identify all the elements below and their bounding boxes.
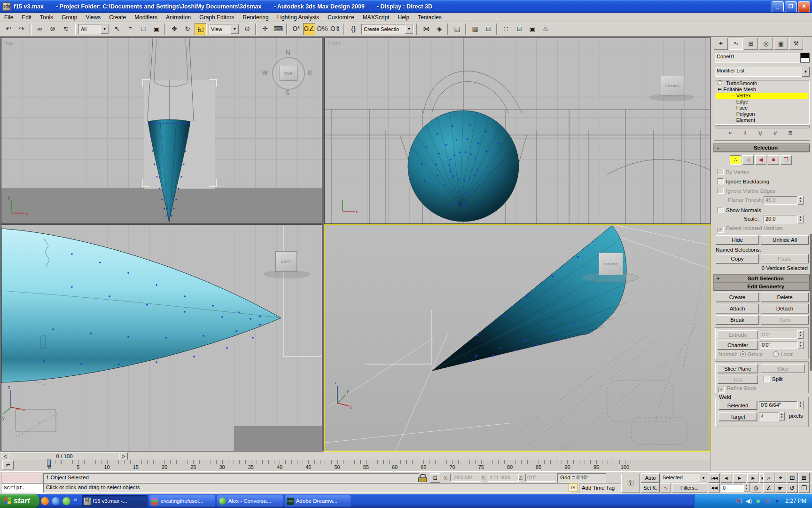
menu-edit[interactable]: Edit [17, 13, 36, 22]
messenger-quicklaunch-icon[interactable] [62, 497, 70, 505]
viewcube-left[interactable]: LEFT [275, 251, 297, 272]
viewport-front[interactable]: x Front FRONT [324, 38, 710, 224]
maximize-viewport-icon[interactable]: ❒ [798, 483, 810, 493]
reference-coordinate-dropdown[interactable]: View▼ [209, 24, 239, 34]
element-subobject-icon[interactable]: ❒ [781, 155, 792, 165]
select-and-scale-icon[interactable]: ◱ [195, 23, 207, 35]
goto-start-icon[interactable]: |◀◀ [709, 473, 720, 483]
configure-modifier-sets-icon[interactable]: ⊞ [785, 129, 796, 138]
key-mode-toggle-icon[interactable]: ◀◀ [709, 483, 720, 492]
render-setup-icon[interactable]: ⊡ [513, 23, 525, 35]
make-unique-icon[interactable]: ⋁ [755, 129, 765, 138]
remove-modifier-icon[interactable]: ∂ [770, 129, 781, 138]
viewcube-top[interactable]: TOP [280, 66, 297, 81]
add-time-tag[interactable]: Add Time Tag [579, 484, 624, 493]
edit-geometry-rollout-header[interactable]: - Edit Geometry [714, 283, 810, 291]
soft-selection-rollout-header[interactable]: + Soft Selection [714, 275, 810, 283]
named-selection-sets-icon[interactable]: {} [347, 23, 359, 35]
select-and-link-icon[interactable]: ∞ [33, 23, 46, 35]
compass-west[interactable]: W [262, 69, 268, 77]
menu-views[interactable]: Views [81, 13, 105, 22]
percent-snap-icon[interactable]: Ω% [316, 23, 328, 35]
media-player-quicklaunch-icon[interactable] [52, 497, 60, 505]
start-button[interactable]: start [0, 494, 39, 508]
attach-button[interactable]: Attach [716, 304, 759, 313]
scale-spinner[interactable]: ▲▼ [797, 215, 804, 223]
selection-set-arrow-icon[interactable]: ▼ [700, 474, 707, 482]
extrude-button[interactable]: Extrude [718, 330, 758, 339]
tab-modify[interactable]: ∿ [729, 38, 743, 50]
time-slider-next-button[interactable]: > [119, 452, 128, 460]
border-subobject-icon[interactable]: ◀ [755, 155, 766, 165]
stack-item-vertex[interactable]: ┈ Vertex [716, 93, 808, 99]
unlink-selection-icon[interactable]: ⊘ [47, 23, 59, 35]
tab-create[interactable]: ✦ [714, 38, 728, 50]
collapse-icon[interactable]: - [714, 144, 722, 151]
firefox-quicklaunch-icon[interactable] [41, 497, 49, 505]
compass-south[interactable]: S [285, 89, 289, 96]
collapse-icon[interactable]: - [714, 283, 722, 290]
selection-rollout-header[interactable]: - Selection [714, 144, 810, 152]
object-color-swatch[interactable] [800, 53, 810, 63]
keyboard-override-icon[interactable]: ⌨ [272, 23, 284, 35]
expand-icon[interactable]: + [714, 275, 722, 282]
redo-icon[interactable]: ↷ [16, 23, 28, 35]
zoom-icon[interactable]: ⌕ [763, 473, 774, 483]
set-keys-key-icon[interactable]: ⚿ [621, 474, 640, 492]
by-vertex-checkbox[interactable]: By Vertex [718, 169, 749, 175]
viewcube-front[interactable]: FRONT [661, 76, 684, 95]
arc-rotate-icon[interactable]: ↺ [787, 483, 798, 493]
selection-filter-dropdown[interactable]: All▼ [78, 24, 109, 34]
normal-group-radio[interactable]: Group [740, 351, 763, 357]
x-coordinate-field[interactable]: -28'5 58/ [450, 474, 481, 482]
select-and-rotate-icon[interactable]: ↻ [181, 23, 194, 35]
weld-selected-button[interactable]: Selected [718, 401, 757, 410]
menu-graph-editors[interactable]: Graph Editors [195, 13, 238, 22]
window-crossing-icon[interactable]: ▣ [150, 23, 163, 35]
use-pivot-center-icon[interactable]: ⊙ [241, 23, 253, 35]
planar-thresh-spinner[interactable]: ▲▼ [797, 196, 804, 205]
select-by-name-icon[interactable]: ≡ [124, 23, 136, 35]
weld-target-spinner[interactable]: ▲▼ [779, 412, 785, 421]
menu-maxscript[interactable]: MAXScript [359, 13, 394, 22]
weld-target-field[interactable]: 4 [759, 413, 781, 421]
menu-group[interactable]: Group [57, 13, 81, 22]
close-button[interactable]: ✕ [798, 1, 810, 12]
turn-button[interactable]: Turn [761, 315, 809, 325]
stack-item-turbosmooth[interactable]: TurboSmooth [716, 80, 808, 87]
extrude-field[interactable]: 0'0" [760, 331, 798, 339]
y-coordinate-field[interactable]: 4'11 40/6 [488, 474, 519, 482]
zoom-extents-all-icon[interactable]: ⊞ [798, 473, 810, 483]
stack-item-face[interactable]: ┈ Face [716, 105, 808, 111]
cut-button[interactable]: Cut [718, 375, 758, 384]
stack-item-element[interactable]: ┈ Element [716, 117, 808, 123]
curve-editor-icon[interactable]: ▦ [469, 23, 481, 35]
hide-button[interactable]: Hide [716, 235, 759, 245]
tab-display[interactable]: ▣ [774, 38, 788, 50]
chamfer-field[interactable]: 0'0" [760, 341, 798, 349]
copy-button[interactable]: Copy [716, 254, 759, 263]
break-button[interactable]: Break [716, 315, 759, 325]
modifier-list-arrow-icon[interactable]: ▼ [802, 67, 810, 77]
zoom-all-icon[interactable]: ⌖ [775, 473, 786, 483]
viewport-label-top[interactable]: Top [5, 40, 13, 46]
prev-frame-icon[interactable]: ◀| [721, 473, 732, 483]
play-icon[interactable]: ▶ [733, 473, 746, 483]
delete-button[interactable]: Delete [761, 293, 809, 302]
frame-spinner[interactable]: ▲▼ [743, 484, 750, 492]
detach-button[interactable]: Detach [761, 304, 809, 313]
task-rar[interactable]: creatingthefusel... [149, 495, 215, 507]
rectangular-selection-icon[interactable]: □ [137, 23, 149, 35]
weld-target-button[interactable]: Target [718, 412, 757, 421]
z-coordinate-field[interactable]: 0'0" [525, 474, 556, 482]
stack-item-polygon[interactable]: ┈ Polygon [716, 111, 808, 117]
show-normals-checkbox[interactable]: Show Normals [718, 207, 761, 213]
planar-thresh-field[interactable]: 45.0 [764, 196, 798, 205]
menu-file[interactable]: File [0, 13, 17, 22]
viewcube-front-perspective[interactable]: FRONT [599, 253, 623, 275]
compass-north[interactable]: N [286, 49, 290, 56]
tab-motion[interactable]: ◎ [759, 38, 773, 50]
unhide-all-button[interactable]: Unhide All [761, 235, 809, 245]
menu-create[interactable]: Create [105, 13, 130, 22]
update-orb-icon[interactable]: ● [773, 497, 781, 505]
